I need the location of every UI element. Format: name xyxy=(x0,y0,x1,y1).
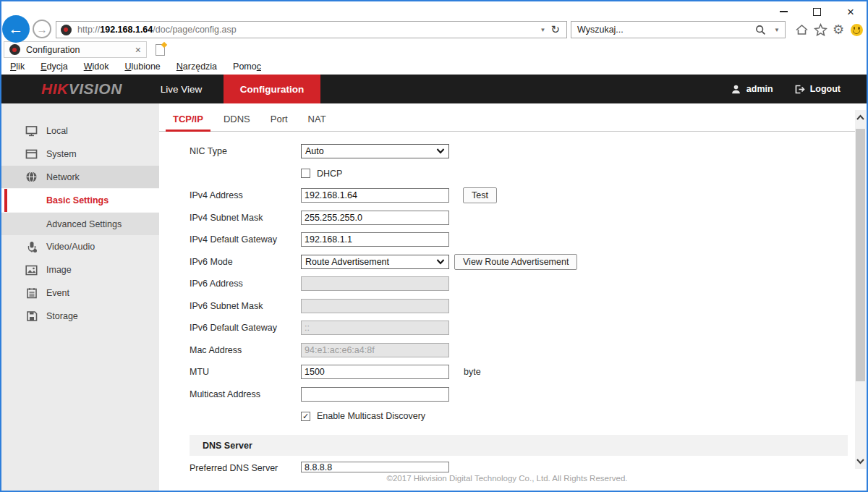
tab-configuration[interactable]: Configuration xyxy=(224,75,320,103)
sidebar-item-local[interactable]: Local xyxy=(1,119,159,143)
url-host: 192.168.1.64 xyxy=(100,25,153,35)
sidebar-item-video-audio[interactable]: Video/Audio xyxy=(1,235,159,258)
enable-multicast-discovery-label: Enable Multicast Discovery xyxy=(317,411,425,421)
mac-address-input xyxy=(301,343,449,357)
chevron-down-icon xyxy=(436,259,445,265)
username: admin xyxy=(746,84,773,94)
check-icon: ✓ xyxy=(302,412,309,420)
current-user: admin xyxy=(731,84,773,95)
tab-port[interactable]: Port xyxy=(263,114,295,131)
app-header: HIKVISION Live View Configuration admin … xyxy=(1,75,867,103)
preferred-dns-server-input[interactable] xyxy=(301,462,449,472)
copyright-footer: ©2017 Hikvision Digital Technology Co., … xyxy=(159,474,855,483)
close-tab-icon[interactable]: × xyxy=(135,44,141,56)
close-icon: × xyxy=(847,6,854,18)
search-icon[interactable] xyxy=(755,25,766,35)
dhcp-label: DHCP xyxy=(317,169,342,179)
new-tab-button[interactable] xyxy=(151,43,169,56)
sidebar-item-image[interactable]: Image xyxy=(1,258,159,281)
new-tab-icon xyxy=(156,44,165,56)
search-placeholder: Wyszukaj... xyxy=(577,25,755,35)
test-button[interactable]: Test xyxy=(463,187,497,203)
menu-pomoc[interactable]: Pomoc xyxy=(233,62,261,72)
preferred-dns-server-label: Preferred DNS Server xyxy=(190,462,301,472)
ipv6-default-gateway-input xyxy=(301,321,449,335)
mtu-label: MTU xyxy=(190,367,301,377)
sidebar-item-advanced-settings[interactable]: Advanced Settings xyxy=(1,212,159,235)
menu-narzedzia[interactable]: Narzędzia xyxy=(176,62,217,72)
nic-type-select[interactable]: Auto xyxy=(301,144,449,158)
refresh-icon[interactable]: ↻ xyxy=(550,23,560,36)
ipv4-address-input[interactable] xyxy=(301,188,449,203)
sidebar-item-system[interactable]: System xyxy=(1,143,159,166)
ipv6-mode-label: IPv6 Mode xyxy=(190,257,301,267)
close-window-button[interactable]: × xyxy=(838,3,863,20)
sidebar-item-basic-settings[interactable]: Basic Settings xyxy=(1,189,159,212)
user-icon xyxy=(731,84,741,95)
tab-tcpip[interactable]: TCP/IP xyxy=(166,114,210,131)
tab-nat[interactable]: NAT xyxy=(301,114,333,131)
url-dropdown-icon[interactable]: ▼ xyxy=(540,27,546,33)
main-content: TCP/IP DDNS Port NAT NIC Type Auto DHCP … xyxy=(159,103,855,491)
forward-arrow-icon: → xyxy=(37,23,48,35)
monitor-icon xyxy=(25,125,38,137)
tcpip-form: NIC Type Auto DHCP IPv4 Address Test IPv… xyxy=(159,132,855,423)
tab-live-view[interactable]: Live View xyxy=(139,75,224,103)
browser-forward-button[interactable]: → xyxy=(33,20,51,38)
menu-edycja[interactable]: Edycja xyxy=(41,62,68,72)
logout-button[interactable]: Logout xyxy=(793,84,841,95)
globe-icon xyxy=(25,171,38,183)
smiley-icon xyxy=(851,24,863,36)
feedback-smiley-button[interactable] xyxy=(848,22,864,38)
scrollbar-thumb[interactable] xyxy=(856,129,865,381)
mtu-input[interactable] xyxy=(301,365,449,379)
scroll-up-icon[interactable] xyxy=(856,114,865,121)
ipv6-address-input xyxy=(301,276,449,291)
tab-ddns[interactable]: DDNS xyxy=(216,114,258,131)
ipv6-subnet-mask-label: IPv6 Subnet Mask xyxy=(190,301,301,311)
scroll-down-icon[interactable] xyxy=(856,458,865,465)
address-bar[interactable]: http://192.168.1.64/doc/page/config.asp … xyxy=(56,21,567,38)
maximize-button[interactable] xyxy=(804,3,829,20)
settings-gear-button[interactable]: ⚙ xyxy=(830,22,846,38)
maximize-icon xyxy=(813,8,821,16)
browser-tab-configuration[interactable]: Configuration × xyxy=(4,41,147,58)
event-icon xyxy=(25,287,38,299)
settings-tabs: TCP/IP DDNS Port NAT xyxy=(159,103,855,132)
view-route-advertisement-button[interactable]: View Route Advertisement xyxy=(454,254,577,270)
ipv4-subnet-mask-input[interactable] xyxy=(301,211,449,225)
enable-multicast-discovery-checkbox[interactable]: ✓ xyxy=(301,412,310,421)
mtu-unit: byte xyxy=(464,367,481,377)
menu-widok[interactable]: Widok xyxy=(84,62,109,72)
favorites-star-button[interactable] xyxy=(812,22,828,38)
active-item-marker xyxy=(4,189,7,212)
minimize-button[interactable] xyxy=(771,3,796,20)
browser-back-button[interactable]: ← xyxy=(2,15,30,43)
dhcp-checkbox[interactable] xyxy=(301,169,310,178)
url-scheme: http:// xyxy=(77,25,100,35)
sidebar-item-event[interactable]: Event xyxy=(1,281,159,305)
ipv4-default-gateway-label: IPv4 Default Gateway xyxy=(190,234,301,245)
page-scrollbar[interactable] xyxy=(855,110,866,469)
menu-plik[interactable]: Plik xyxy=(10,62,25,72)
site-favicon-camera-icon xyxy=(61,25,72,35)
window-icon xyxy=(25,148,38,160)
sidebar-item-network[interactable]: Network xyxy=(1,166,159,189)
sidebar-item-storage[interactable]: Storage xyxy=(1,305,159,328)
ipv6-mode-select[interactable]: Route Advertisement xyxy=(301,255,449,269)
ipv4-default-gateway-input[interactable] xyxy=(301,232,449,247)
ipv6-subnet-mask-input xyxy=(301,299,449,313)
url-text[interactable]: http://192.168.1.64/doc/page/config.asp xyxy=(77,25,237,35)
storage-disk-icon xyxy=(25,310,38,322)
menu-ulubione[interactable]: Ulubione xyxy=(124,62,160,72)
minimize-icon xyxy=(780,11,788,12)
back-arrow-icon: ← xyxy=(9,20,24,38)
app-nav: Live View Configuration xyxy=(139,75,320,103)
sidebar: Local System Network Basic Settings Adva… xyxy=(1,103,159,491)
multicast-address-input[interactable] xyxy=(301,387,449,402)
home-button[interactable] xyxy=(793,22,809,38)
search-box[interactable]: Wyszukaj... ▼ xyxy=(571,21,786,38)
ipv4-subnet-mask-label: IPv4 Subnet Mask xyxy=(190,213,301,223)
browser-tab-bar: Configuration × xyxy=(1,41,867,58)
search-dropdown-icon[interactable]: ▼ xyxy=(774,27,780,33)
